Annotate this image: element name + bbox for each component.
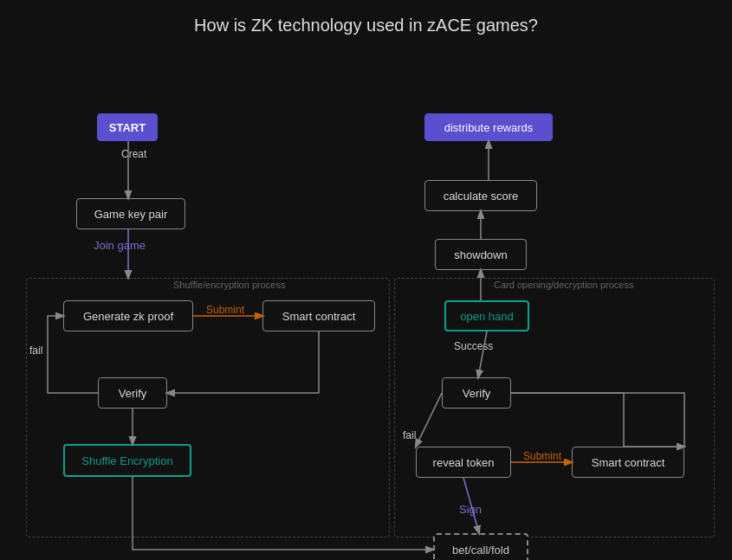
creat-label: Creat <box>121 148 146 160</box>
submint-right-label: Submint <box>523 450 561 462</box>
card-region-label: Card opening/decryption process <box>494 280 633 290</box>
join-game-label: Join game <box>94 239 146 252</box>
shuffle-region-label: Shuffle/encryption process <box>173 280 285 290</box>
distribute-rewards-node: distribute rewards <box>424 113 553 141</box>
sign-label: Sign <box>459 503 482 516</box>
fail-left-label: fail <box>29 344 42 357</box>
calculate-score-node: calculate score <box>424 180 537 211</box>
bet-call-fold-node: bet/call/fold <box>433 533 528 560</box>
submint-left-label: Submint <box>206 304 244 316</box>
reveal-token-node: reveal token <box>416 447 511 478</box>
fail-right-label: fail <box>403 429 416 441</box>
open-hand-node: open hand <box>444 300 529 331</box>
page-title: How is ZK technology used in zACE games? <box>0 0 732 44</box>
shuffle-encryption-node: Shuffle Encryption <box>63 444 191 477</box>
showdown-node: showdown <box>435 239 527 270</box>
smart-contract-left-node: Smart contract <box>262 300 375 331</box>
success-label: Success <box>454 340 493 352</box>
generate-zk-node: Generate zk proof <box>63 300 193 331</box>
verify-left-node: Verify <box>98 377 167 409</box>
start-node: START <box>97 113 158 141</box>
verify-right-node: Verify <box>442 377 511 409</box>
smart-contract-right-node: Smart contract <box>572 447 684 478</box>
game-key-node: Game key pair <box>76 198 185 229</box>
